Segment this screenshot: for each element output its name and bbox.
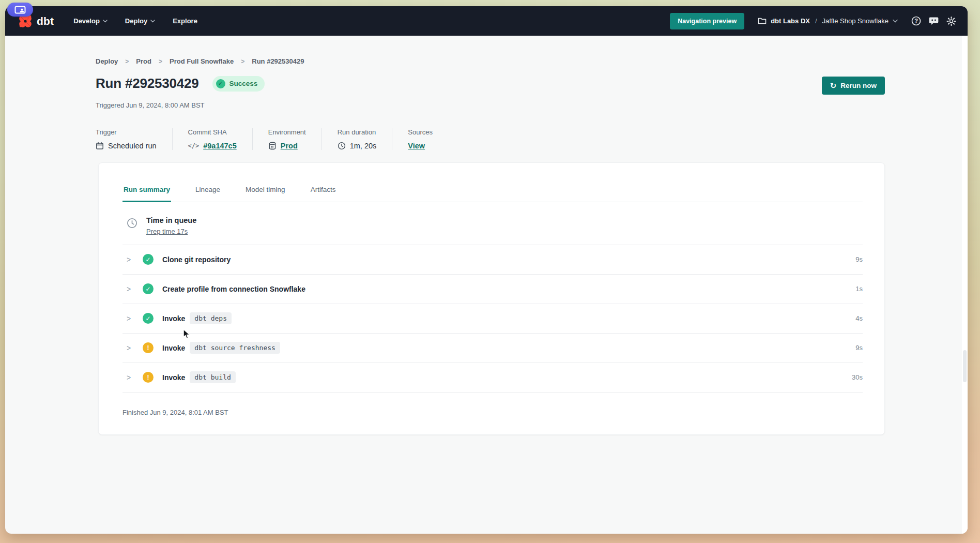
expand-chevron-icon[interactable]: > — [127, 285, 134, 293]
step-duration: 9s — [855, 344, 863, 352]
database-icon — [268, 142, 277, 150]
step-duration: 9s — [855, 255, 863, 263]
tab-model-timing[interactable]: Model timing — [244, 184, 286, 202]
folder-icon — [758, 17, 767, 25]
expand-chevron-icon[interactable]: > — [127, 373, 134, 382]
chevron-down-icon — [893, 19, 898, 23]
breadcrumb-chevron-icon: > — [125, 58, 129, 65]
tab-run-summary[interactable]: Run summary — [122, 184, 171, 202]
navigation-preview-button[interactable]: Navigation preview — [670, 13, 744, 29]
step-label: Clone git repository — [162, 255, 231, 264]
topbar-icons: ? — [911, 16, 956, 26]
meta-value: Scheduled run — [108, 142, 157, 150]
meta-value[interactable]: View — [408, 142, 425, 150]
step-command-code: dbt build — [190, 371, 235, 383]
chevron-down-icon — [103, 20, 108, 23]
tab-artifacts[interactable]: Artifacts — [310, 184, 337, 202]
step-row-clone-git-repository[interactable]: >✓Clone git repository9s — [122, 245, 863, 275]
breadcrumb: Deploy>Prod>Prod Full Snowflake>Run #292… — [96, 57, 885, 65]
meta-label: Run duration — [338, 128, 377, 136]
tab-lineage[interactable]: Lineage — [194, 184, 221, 202]
screen-share-badge[interactable] — [7, 3, 33, 17]
main-nav: DevelopDeployExplore — [73, 17, 197, 25]
scrollbar[interactable] — [962, 36, 968, 534]
title-row: Run #292530429 ✓ Success ↻ Rerun now — [96, 76, 885, 95]
step-duration: 30s — [852, 373, 863, 381]
meta-sources: SourcesView — [392, 128, 448, 150]
page-title: Run #292530429 — [96, 76, 199, 92]
warning-icon: ! — [143, 372, 154, 383]
settings-icon[interactable] — [946, 16, 956, 26]
rerun-now-button[interactable]: ↻ Rerun now — [822, 77, 885, 95]
step-duration: 1s — [855, 285, 863, 293]
expand-chevron-icon[interactable]: > — [127, 314, 134, 323]
calendar-icon — [96, 142, 104, 150]
prep-time-link[interactable]: Prep time 17s — [146, 228, 188, 235]
nav-item-develop[interactable]: Develop — [73, 17, 108, 25]
chevron-down-icon — [150, 20, 155, 23]
meta-label: Commit SHA — [188, 128, 237, 136]
meta-value: 1m, 20s — [350, 142, 377, 150]
desktop: { "overlay": { "badge_icon": "screen-sha… — [0, 0, 980, 543]
step-command-code: dbt deps — [190, 312, 232, 324]
dbt-logo-text: dbt — [37, 15, 54, 27]
expand-chevron-icon[interactable]: > — [127, 255, 134, 264]
expand-chevron-icon[interactable]: > — [127, 344, 134, 352]
nav-item-explore[interactable]: Explore — [173, 17, 197, 25]
success-check-icon: ✓ — [143, 313, 154, 324]
status-badge: ✓ Success — [212, 76, 265, 92]
queue-title: Time in queue — [146, 216, 196, 224]
warning-icon: ! — [143, 342, 154, 353]
triggered-timestamp: Triggered Jun 9, 2024, 8:00 AM BST — [96, 101, 885, 109]
nav-item-deploy[interactable]: Deploy — [125, 17, 155, 25]
breadcrumb-separator: / — [815, 17, 817, 25]
meta-value[interactable]: #9a147c5 — [203, 142, 237, 150]
refresh-icon: ↻ — [830, 82, 837, 89]
breadcrumb-item-deploy[interactable]: Deploy — [96, 57, 118, 65]
clock-icon — [127, 218, 137, 229]
run-summary-card: Run summaryLineageModel timingArtifacts … — [98, 162, 885, 435]
meta-label: Trigger — [96, 128, 157, 136]
meta-label: Environment — [268, 128, 306, 136]
feedback-icon[interactable] — [929, 16, 939, 26]
rerun-now-label: Rerun now — [840, 82, 877, 89]
success-check-icon: ✓ — [216, 79, 225, 88]
step-list: >✓Clone git repository9s>✓Create profile… — [122, 245, 863, 393]
nav-item-label: Deploy — [125, 17, 147, 25]
step-label: Invoke — [162, 314, 185, 323]
finished-timestamp: Finished Jun 9, 2024, 8:01 AM BST — [122, 393, 863, 434]
step-command-code: dbt source freshness — [190, 342, 280, 354]
scrollbar-thumb[interactable] — [963, 350, 967, 382]
meta-label: Sources — [408, 128, 433, 136]
top-nav-bar: dbt DevelopDeployExplore Navigation prev… — [5, 6, 968, 36]
run-meta: TriggerScheduled runCommit SHA</>#9a147c… — [96, 128, 885, 150]
success-check-icon: ✓ — [143, 254, 154, 265]
queue-row: Time in queue Prep time 17s — [122, 202, 863, 245]
meta-run-duration: Run duration1m, 20s — [321, 128, 392, 150]
app-window: dbt DevelopDeployExplore Navigation prev… — [5, 6, 968, 534]
step-label: Invoke — [162, 373, 185, 382]
breadcrumb-chevron-icon: > — [159, 58, 162, 65]
breadcrumb-item-prod-full-snowflake[interactable]: Prod Full Snowflake — [170, 57, 234, 65]
meta-trigger: TriggerScheduled run — [96, 128, 172, 150]
step-label: Create profile from connection Snowflake — [162, 285, 305, 293]
project-name: Jaffle Shop Snowflake — [822, 17, 889, 25]
step-row-create-profile-from-connection-snowflake[interactable]: >✓Create profile from connection Snowfla… — [122, 275, 863, 304]
project-switcher[interactable]: dbt Labs DX / Jaffle Shop Snowflake — [758, 17, 898, 25]
breadcrumb-chevron-icon: > — [241, 58, 244, 65]
code-icon: </> — [188, 142, 200, 149]
svg-text:?: ? — [914, 18, 918, 24]
account-name: dbt Labs DX — [771, 17, 810, 25]
tab-bar: Run summaryLineageModel timingArtifacts — [122, 184, 863, 202]
step-label: Invoke — [162, 344, 185, 352]
step-row-invoke-dbt-build[interactable]: >!Invokedbt build30s — [122, 363, 863, 393]
screen-share-icon — [14, 6, 26, 14]
step-row-invoke-dbt-source-freshness[interactable]: >!Invokedbt source freshness9s — [122, 334, 863, 363]
meta-value[interactable]: Prod — [281, 142, 298, 150]
help-icon[interactable]: ? — [911, 16, 921, 26]
meta-environment: EnvironmentProd — [252, 128, 321, 150]
breadcrumb-item-prod[interactable]: Prod — [136, 57, 151, 65]
breadcrumb-item-run-292530429: Run #292530429 — [252, 57, 304, 65]
step-row-invoke-dbt-deps[interactable]: >✓Invokedbt deps4s — [122, 304, 863, 334]
meta-commit-sha: Commit SHA</>#9a147c5 — [172, 128, 252, 150]
